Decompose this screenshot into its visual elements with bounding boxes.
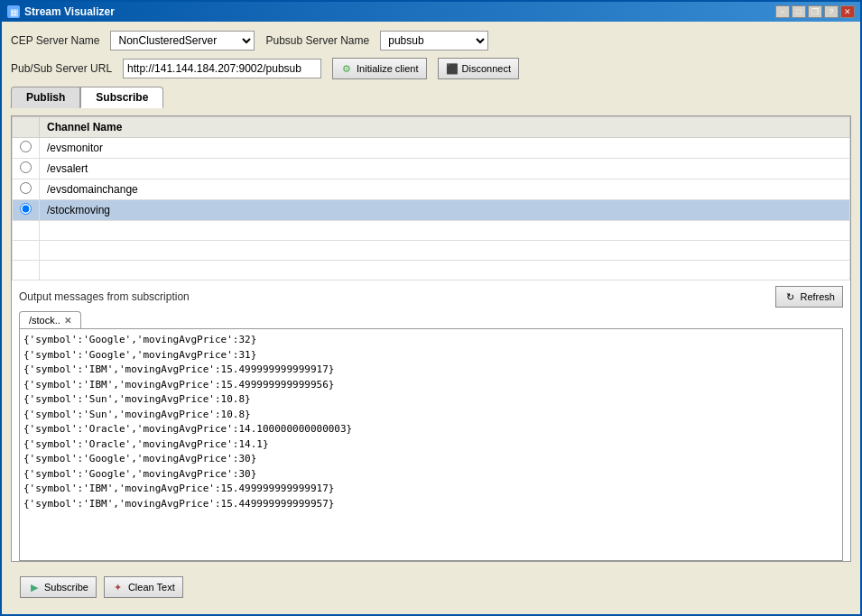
channel-radio[interactable]: [20, 161, 32, 173]
url-label: Pub/Sub Server URL: [11, 62, 112, 75]
channel-table-row[interactable]: /evsmonitor: [13, 138, 850, 159]
init-icon: ⚙: [340, 62, 353, 75]
channel-radio[interactable]: [20, 203, 32, 215]
output-textarea[interactable]: [20, 329, 842, 560]
channel-table-radio-header: [13, 117, 40, 138]
channel-table-row[interactable]: /evsalert: [13, 159, 850, 179]
help-button[interactable]: ?: [824, 5, 839, 18]
content-area: CEP Server Name NonClusteredServer Pubsu…: [2, 22, 860, 614]
bottom-bar: ▶ Subscribe ✦ Clean Text: [11, 569, 851, 605]
main-window: ▦ Stream Visualizer − □ ❐ ? ✕ CEP Server…: [0, 0, 862, 616]
initialize-client-button[interactable]: ⚙ Initialize client: [332, 58, 426, 79]
cep-label: CEP Server Name: [11, 34, 99, 47]
window-title: Stream Visualizer: [24, 5, 115, 18]
url-row: Pub/Sub Server URL ⚙ Initialize client ⬛…: [11, 58, 851, 79]
clean-text-button[interactable]: ✦ Clean Text: [104, 576, 183, 598]
restore-button[interactable]: ❐: [808, 5, 822, 18]
minimize-button[interactable]: −: [775, 5, 790, 18]
tab-subscribe[interactable]: Subscribe: [80, 87, 163, 108]
channel-table-row[interactable]: /stockmoving: [13, 200, 850, 221]
subscribe-icon: ▶: [28, 581, 41, 593]
output-tab-label: /stock..: [29, 315, 60, 326]
channel-table-name-header: Channel Name: [40, 117, 850, 138]
pubsub-label: Pubsub Server Name: [265, 34, 369, 47]
output-tab-stock[interactable]: /stock.. ✕: [19, 311, 81, 328]
cep-server-select[interactable]: NonClusteredServer: [110, 31, 255, 51]
url-input[interactable]: [123, 59, 321, 78]
channel-table-row-empty: [13, 221, 850, 241]
channel-table-row-empty: [13, 261, 850, 280]
main-tabs: Publish Subscribe: [11, 87, 851, 108]
subscribe-panel: Channel Name /evsmonitor /evsalert /evsd…: [12, 116, 850, 561]
app-icon: ▦: [7, 5, 20, 18]
subscribe-button[interactable]: ▶ Subscribe: [20, 576, 97, 598]
output-tab-close-icon[interactable]: ✕: [64, 316, 71, 326]
channel-name: /evsmonitor: [40, 138, 850, 159]
tab-publish[interactable]: Publish: [11, 87, 80, 108]
server-name-row: CEP Server Name NonClusteredServer Pubsu…: [11, 31, 851, 51]
close-button[interactable]: ✕: [840, 5, 855, 18]
main-panel: Channel Name /evsmonitor /evsalert /evsd…: [11, 115, 851, 562]
disconnect-icon: ⬛: [446, 62, 459, 75]
window-controls: − □ ❐ ? ✕: [775, 5, 855, 18]
output-area-wrapper: [19, 329, 843, 561]
pubsub-server-select[interactable]: pubsub: [380, 31, 488, 51]
output-label: Output messages from subscription: [19, 290, 190, 303]
channel-table: Channel Name /evsmonitor /evsalert /evsd…: [12, 116, 850, 280]
output-header: Output messages from subscription ↻ Refr…: [19, 286, 843, 308]
channel-radio[interactable]: [20, 141, 32, 152]
disconnect-button[interactable]: ⬛ Disconnect: [438, 58, 519, 79]
channel-name: /evsalert: [40, 159, 850, 179]
channel-table-row-empty: [13, 241, 850, 261]
maximize-button[interactable]: □: [792, 5, 806, 18]
clean-icon: ✦: [112, 581, 125, 593]
refresh-icon: ↻: [783, 290, 796, 303]
refresh-button[interactable]: ↻ Refresh: [775, 286, 843, 308]
channel-name: /stockmoving: [40, 200, 850, 221]
output-tab-bar: /stock.. ✕: [19, 311, 843, 329]
channel-radio[interactable]: [20, 182, 32, 194]
title-bar-left: ▦ Stream Visualizer: [7, 5, 115, 18]
channel-table-row[interactable]: /evsdomainchange: [13, 179, 850, 200]
title-bar: ▦ Stream Visualizer − □ ❐ ? ✕: [2, 2, 860, 22]
channel-name: /evsdomainchange: [40, 179, 850, 200]
output-section: Output messages from subscription ↻ Refr…: [12, 280, 850, 561]
